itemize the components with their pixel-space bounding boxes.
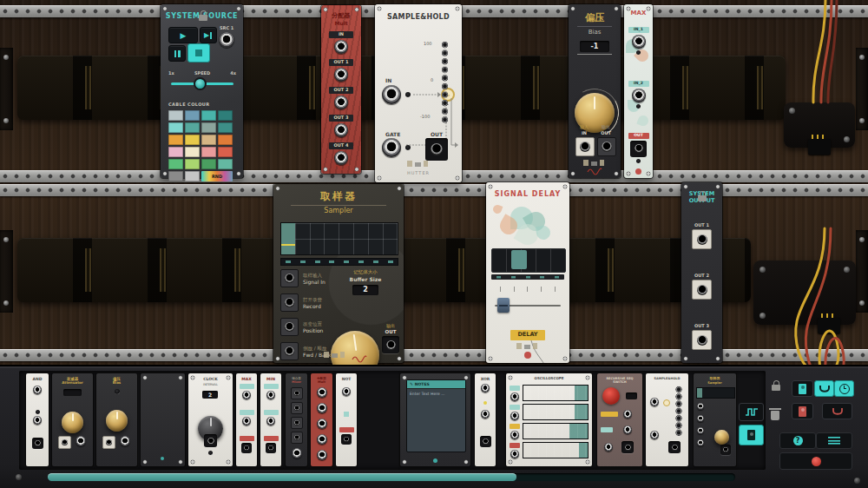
step-indicator-strip	[280, 258, 398, 266]
browser-module-max[interactable]: MAX	[236, 373, 257, 466]
browser-scrollbar-thumb[interactable]	[48, 473, 516, 481]
cable-colour-swatch[interactable]	[168, 122, 183, 133]
cable-colour-swatch[interactable]	[218, 147, 233, 157]
cable-colour-swatch[interactable]	[168, 159, 183, 169]
rack-rail	[0, 349, 868, 361]
help-button[interactable]: ?	[779, 432, 816, 449]
src1-jack[interactable]	[219, 32, 234, 48]
out3-jack[interactable]	[334, 123, 348, 137]
browser-module-notes[interactable]: ✎NOTES Enter Text Here ...	[400, 373, 470, 466]
out1-jack[interactable]	[692, 229, 712, 249]
browser-module-recursive-seq-switch[interactable]: RECURSIVE SEQ SWITCH	[597, 373, 642, 466]
buffer-size-value[interactable]: 2	[352, 285, 378, 295]
cable-colour-swatch[interactable]	[185, 122, 200, 133]
out-jack[interactable]	[630, 141, 647, 157]
record-button[interactable]	[779, 452, 852, 470]
out3-jack[interactable]	[692, 330, 712, 350]
module-title-cn: 偏压	[569, 11, 621, 24]
out2-label: OUT 2	[329, 87, 353, 94]
browser-module-clock[interactable]: CLOCK INTERVAL 2	[188, 373, 233, 466]
cable-colour-swatch[interactable]	[218, 110, 233, 121]
in1-label: IN_1	[628, 27, 649, 33]
out-jack[interactable]	[425, 138, 448, 161]
browser-module-sampler[interactable]: 取样器 Sampler	[694, 373, 736, 466]
cable-colour-swatch[interactable]	[168, 110, 183, 121]
browser-module-not[interactable]: NOT	[336, 373, 357, 466]
add-module-tile[interactable]	[792, 380, 813, 397]
browser-scrollbar-track[interactable]	[48, 473, 735, 481]
play-button[interactable]: ▶	[168, 27, 198, 43]
remove-module-tile[interactable]	[792, 403, 813, 419]
cable-icon	[819, 385, 831, 393]
maker-signature	[333, 164, 349, 169]
cable-colour-swatch[interactable]	[201, 122, 216, 133]
cable-colour-swatch[interactable]	[168, 135, 183, 145]
fwd-back-jack[interactable]	[280, 342, 299, 360]
browser-module-min[interactable]: MIN	[260, 373, 281, 466]
browser-module-mixer[interactable]: 混合器 Mixer	[286, 373, 307, 466]
cable-colour-swatch[interactable]	[201, 147, 216, 157]
stop-button[interactable]	[187, 43, 210, 63]
bias-value[interactable]: -1	[580, 41, 609, 52]
notes-screen[interactable]: ✎NOTES Enter Text Here ...	[406, 379, 466, 452]
step-play-button[interactable]: ▶	[200, 27, 217, 43]
trash-icon[interactable]	[771, 411, 779, 420]
cable-colour-swatch[interactable]	[201, 135, 216, 145]
in1-jack[interactable]	[632, 35, 646, 49]
cable-mode-tile[interactable]	[814, 380, 834, 397]
out2-jack[interactable]	[692, 280, 712, 300]
signal-in-jack[interactable]	[280, 269, 299, 287]
browser-module-and[interactable]: AND	[26, 373, 49, 466]
remove-cable-tile[interactable]	[822, 403, 852, 419]
browser-module-oscilloscope[interactable]: OSCILLOSCOPE	[506, 373, 592, 466]
lock-icon[interactable]	[772, 385, 780, 391]
in-jack[interactable]	[575, 137, 595, 156]
random-colour-button[interactable]: RND	[201, 171, 233, 181]
menu-button[interactable]	[816, 432, 852, 449]
cable-colour-swatch[interactable]	[201, 159, 216, 169]
browser-module-sample-hold[interactable]: SAMPLE&HOLD	[646, 373, 688, 466]
waveform-display[interactable]	[280, 222, 398, 255]
speed-slider-thumb[interactable]	[194, 77, 207, 90]
cable-colour-swatch[interactable]	[185, 171, 200, 181]
cable-colour-swatch[interactable]	[218, 122, 233, 133]
lock-icon[interactable]	[698, 195, 707, 201]
module-filter-tile[interactable]	[739, 425, 764, 445]
out3-label: OUT 3	[329, 115, 353, 122]
clock-mode-tile[interactable]	[834, 380, 854, 397]
in2-jack[interactable]	[632, 89, 646, 102]
browser-module-blank-panel[interactable]	[141, 373, 185, 466]
out4-jack[interactable]	[334, 151, 348, 165]
modular-synth-rack: SYSTEM SOURCE ▶ ▶ SRC 1 1x SPEED 4x CABL…	[0, 0, 868, 488]
browser-module-attenuator[interactable]: 衰减器 Attenuator	[52, 373, 93, 466]
cable-colour-swatch[interactable]	[168, 171, 183, 181]
cable-colour-swatch[interactable]	[218, 159, 233, 169]
cable-colour-swatch[interactable]	[185, 159, 200, 169]
out2-jack[interactable]	[334, 96, 348, 109]
cable-colour-swatch[interactable]	[218, 135, 233, 145]
speed-4x-label: 4x	[230, 70, 236, 76]
browser-module-mult[interactable]: 分配器 Mult	[311, 373, 332, 466]
out-label-en: OUT	[597, 130, 615, 135]
in-jack[interactable]	[334, 40, 348, 54]
out-label-cn: 输出	[383, 323, 398, 328]
browser-module-xor[interactable]: XOR	[475, 373, 496, 466]
in-label: IN	[329, 31, 353, 38]
out-jack[interactable]	[597, 137, 616, 156]
cable-colour-swatch[interactable]	[185, 147, 200, 157]
module-title: MAX	[624, 10, 653, 16]
browser-module-bias[interactable]: 偏压 Bias	[96, 373, 137, 466]
position-jack[interactable]	[280, 318, 299, 336]
out1-jack[interactable]	[334, 68, 348, 82]
pause-button[interactable]	[168, 45, 186, 62]
rack-side	[0, 230, 13, 313]
signal-filter-tile[interactable]	[739, 403, 764, 421]
cable-colour-swatch[interactable]	[185, 135, 200, 145]
cable-colour-swatch[interactable]	[201, 110, 216, 121]
gate-jack[interactable]	[382, 138, 401, 157]
out-jack[interactable]	[382, 336, 399, 353]
record-jack[interactable]	[280, 293, 299, 312]
lock-icon[interactable]	[199, 15, 207, 21]
cable-colour-swatch[interactable]	[168, 147, 183, 157]
cable-colour-swatch[interactable]	[185, 110, 200, 121]
